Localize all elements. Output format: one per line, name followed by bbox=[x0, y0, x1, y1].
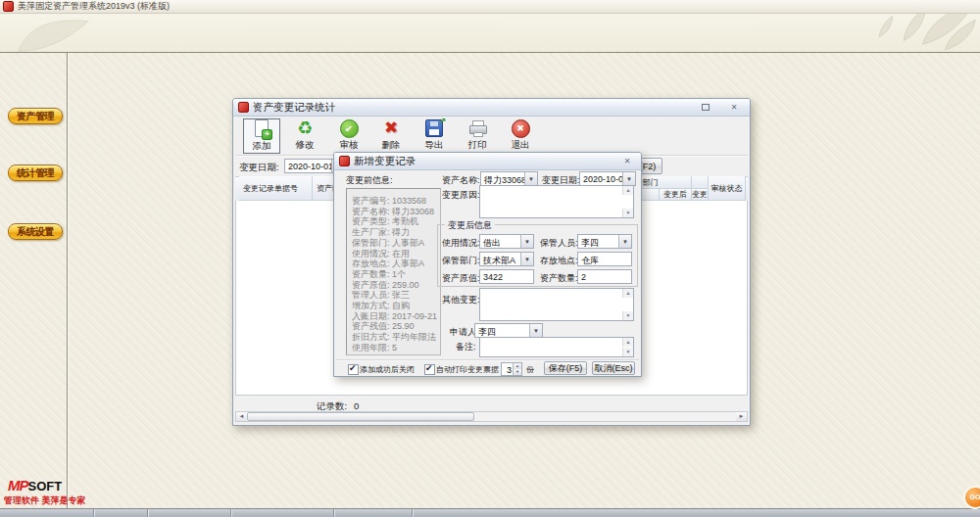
dialog-toolbar-export-button[interactable]: ↗ 导出 bbox=[416, 118, 452, 152]
column-header-after: 变更后 bbox=[660, 189, 692, 201]
scroll-up-icon[interactable]: ▲ bbox=[622, 338, 633, 347]
column-group-empty bbox=[692, 176, 709, 189]
column-header-before-clipped: 变更前 bbox=[692, 189, 709, 201]
go-button[interactable]: GO bbox=[963, 486, 980, 509]
toolbar-label: 导出 bbox=[425, 139, 444, 152]
spinner-arrows-icon[interactable]: ▲▼ bbox=[513, 363, 521, 375]
sidebar-item-asset-management[interactable]: 资产管理 bbox=[8, 108, 63, 124]
scrollbar-thumb[interactable] bbox=[247, 412, 474, 421]
window-titlebar: 美萍固定资产管理系统2019v3 (标准版) bbox=[0, 0, 980, 14]
column-header-doc-no: 变更记录单据号 bbox=[239, 176, 313, 201]
dialog-toolbar-print-button[interactable]: 打印 bbox=[460, 118, 495, 152]
status-segment bbox=[230, 509, 334, 517]
scroll-right-icon[interactable]: ► bbox=[736, 412, 747, 421]
restore-icon[interactable] bbox=[700, 102, 711, 113]
other-change-textarea[interactable]: ▲ ▼ bbox=[479, 288, 634, 321]
before-info-line: 使用年限: 5 bbox=[347, 343, 440, 353]
chevron-down-icon: ▼ bbox=[520, 235, 533, 248]
audit-check-icon: ✔ bbox=[338, 118, 360, 138]
logo-mp: MP bbox=[8, 477, 28, 494]
before-info-line: 增加方式: 自购 bbox=[347, 301, 440, 311]
cancel-button[interactable]: 取消(Esc) bbox=[592, 361, 635, 375]
dialog-toolbar-delete-button[interactable]: ✖ 删除 bbox=[373, 118, 409, 152]
scroll-up-icon[interactable]: ▲ bbox=[622, 186, 633, 195]
dialog-icon bbox=[238, 102, 249, 113]
keeper-label: 保管人员: bbox=[540, 237, 578, 250]
records-dialog-title: 资产变更记录统计 bbox=[253, 101, 335, 115]
add-change-dialog: 新增变更记录 ✕ 变更前信息: 资产名称: 得力33068 ▼ 变更日期: 20… bbox=[333, 152, 642, 377]
remark-label: 备注: bbox=[456, 341, 476, 353]
sidebar-item-system-settings[interactable]: 系统设置 bbox=[8, 223, 63, 240]
app-icon bbox=[3, 1, 14, 12]
before-info-line: 保管部门: 人事部A bbox=[347, 238, 440, 249]
toolbar-label: 添加 bbox=[253, 140, 271, 153]
usage-combobox[interactable]: 借出 ▼ bbox=[479, 234, 534, 249]
close-after-add-checkbox[interactable] bbox=[348, 364, 359, 375]
asset-name-value: 得力33068 bbox=[481, 172, 524, 185]
other-change-label: 其他变更: bbox=[442, 294, 480, 306]
before-info-line: 资产数量: 1个 bbox=[347, 269, 440, 280]
asset-name-label: 资产名称: bbox=[442, 174, 480, 187]
before-info-line: 使用情况: 在用 bbox=[347, 249, 440, 259]
change-date-label: 变更日期: bbox=[239, 162, 279, 174]
scroll-down-icon[interactable]: ▼ bbox=[622, 311, 633, 320]
close-after-add-label: 添加成功后关闭 bbox=[360, 364, 415, 375]
date-from-value: 2020-10-01 bbox=[285, 160, 331, 172]
save-button[interactable]: 保存(F5) bbox=[544, 361, 587, 375]
change-date-combobox[interactable]: 2020-10-04 ▼ bbox=[579, 171, 636, 186]
logo-soft: SOFT bbox=[28, 479, 63, 494]
close-icon[interactable]: ✕ bbox=[728, 102, 740, 113]
column-header-audit-status: 审核状态 bbox=[709, 176, 746, 201]
toolbar-label: 退出 bbox=[512, 139, 530, 152]
dept-label: 保管部门: bbox=[442, 255, 480, 267]
horizontal-scrollbar[interactable]: ◄ ► bbox=[235, 411, 748, 422]
scroll-up-icon[interactable]: ▲ bbox=[622, 289, 633, 298]
screen: 美萍固定资产管理系统2019v3 (标准版) ☻ 用户切换 ♪ 事件提醒 ? 软… bbox=[0, 0, 980, 517]
sidebar-item-statistics-management[interactable]: 统计管理 bbox=[8, 164, 63, 181]
change-date-value: 2020-10-04 bbox=[580, 172, 622, 185]
location-input[interactable]: 仓库 bbox=[577, 252, 632, 266]
mpsoft-logo: MPSOFT bbox=[8, 477, 62, 494]
dialog-toolbar-exit-button[interactable]: ✖ 退出 bbox=[503, 118, 538, 152]
window-title: 美萍固定资产管理系统2019v3 (标准版) bbox=[18, 0, 170, 13]
before-info-line: 存放地点: 人事部A bbox=[347, 258, 440, 269]
toolbar-label: 删除 bbox=[382, 139, 401, 152]
dialog-toolbar-audit-button[interactable]: ✔ 审核 bbox=[331, 118, 367, 152]
applicant-combobox[interactable]: 李四 ▼ bbox=[474, 323, 543, 338]
record-count-value: 0 bbox=[354, 400, 359, 411]
qty-input[interactable]: 2 bbox=[577, 269, 632, 284]
copies-spinner[interactable]: 3 ▲▼ bbox=[501, 362, 522, 376]
after-info-group-title: 变更后信息 bbox=[445, 219, 495, 232]
leaf-decoration bbox=[12, 16, 95, 53]
qty-label: 资产数量: bbox=[540, 272, 578, 285]
before-info-panel: 资产编号: 1033568 资产名称: 得力33068 资产类型: 考勤机 生产… bbox=[346, 188, 441, 355]
before-info-line: 资产残值: 25.90 bbox=[347, 321, 440, 332]
usage-value: 借出 bbox=[480, 235, 520, 248]
before-info-line: 资产名称: 得力33068 bbox=[347, 207, 440, 217]
dialog-toolbar-modify-button[interactable]: ♻ 修改 bbox=[287, 118, 322, 152]
keeper-combobox[interactable]: 李四 ▼ bbox=[577, 234, 632, 249]
asset-name-combobox[interactable]: 得力33068 ▼ bbox=[480, 171, 538, 186]
usage-label: 使用情况: bbox=[442, 237, 480, 250]
close-icon[interactable]: ✕ bbox=[621, 156, 633, 166]
slogan-text: 管理软件 美萍是专家 bbox=[4, 494, 86, 507]
add-dialog-titlebar: 新增变更记录 ✕ bbox=[334, 153, 641, 170]
scroll-down-icon[interactable]: ▼ bbox=[622, 209, 633, 217]
applicant-value: 李四 bbox=[475, 324, 529, 337]
sidebar-divider-highlight bbox=[68, 53, 69, 508]
orig-value-input[interactable]: 3422 bbox=[479, 269, 534, 284]
dialog-toolbar-add-button[interactable]: + 添加 bbox=[243, 118, 280, 154]
remark-textarea[interactable]: ▲ ▼ bbox=[479, 337, 634, 357]
before-info-line: 生产厂家: 得力 bbox=[347, 227, 440, 238]
toolbar-label: 修改 bbox=[296, 139, 315, 152]
auto-print-checkbox[interactable] bbox=[424, 364, 435, 375]
location-label: 存放地点: bbox=[540, 255, 578, 267]
scroll-left-icon[interactable]: ◄ bbox=[236, 412, 247, 421]
modify-refresh-icon: ♻ bbox=[294, 118, 316, 138]
chevron-down-icon: ▼ bbox=[520, 253, 533, 265]
reason-textarea[interactable]: ▲ ▼ bbox=[479, 185, 634, 218]
dept-combobox[interactable]: 技术部A ▼ bbox=[479, 252, 534, 266]
orig-value-label: 资产原值: bbox=[442, 272, 480, 285]
scroll-down-icon[interactable]: ▼ bbox=[622, 348, 633, 356]
status-segment bbox=[147, 509, 231, 517]
